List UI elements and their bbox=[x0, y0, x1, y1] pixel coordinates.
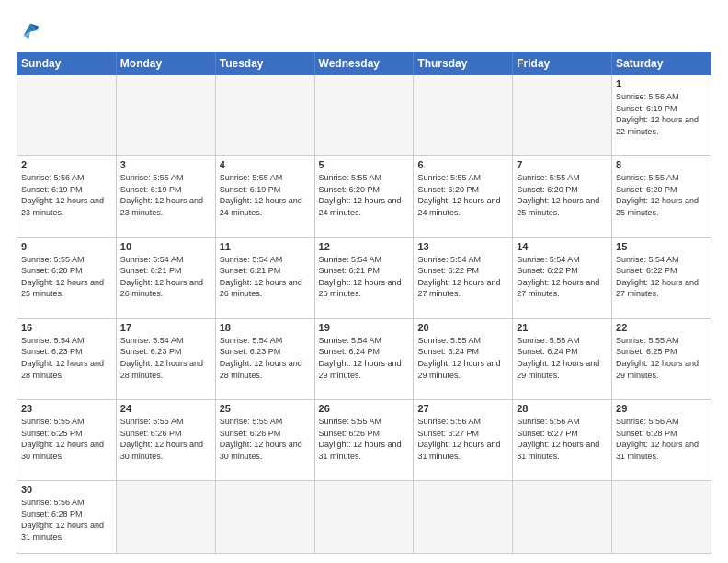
weekday-sunday: Sunday bbox=[17, 52, 117, 75]
day-info: Sunrise: 5:54 AM Sunset: 6:24 PM Dayligh… bbox=[319, 335, 410, 381]
day-info: Sunrise: 5:54 AM Sunset: 6:21 PM Dayligh… bbox=[319, 254, 410, 300]
day-info: Sunrise: 5:55 AM Sunset: 6:20 PM Dayligh… bbox=[616, 172, 707, 218]
day-number: 25 bbox=[220, 403, 311, 414]
day-info: Sunrise: 5:56 AM Sunset: 6:27 PM Dayligh… bbox=[417, 416, 508, 462]
day-number: 3 bbox=[120, 159, 211, 170]
day-cell bbox=[414, 481, 513, 554]
day-cell bbox=[314, 75, 414, 156]
day-number: 18 bbox=[220, 322, 311, 333]
day-info: Sunrise: 5:55 AM Sunset: 6:20 PM Dayligh… bbox=[319, 172, 410, 218]
day-cell: 6Sunrise: 5:55 AM Sunset: 6:20 PM Daylig… bbox=[414, 156, 513, 237]
week-row-2: 2Sunrise: 5:56 AM Sunset: 6:19 PM Daylig… bbox=[17, 156, 711, 237]
day-number: 19 bbox=[319, 322, 410, 333]
day-number: 2 bbox=[21, 159, 112, 170]
day-number: 14 bbox=[517, 241, 608, 252]
day-cell: 12Sunrise: 5:54 AM Sunset: 6:21 PM Dayli… bbox=[314, 237, 414, 318]
day-cell: 2Sunrise: 5:56 AM Sunset: 6:19 PM Daylig… bbox=[17, 156, 117, 237]
day-cell: 14Sunrise: 5:54 AM Sunset: 6:22 PM Dayli… bbox=[513, 237, 612, 318]
day-number: 7 bbox=[517, 159, 608, 170]
day-info: Sunrise: 5:55 AM Sunset: 6:25 PM Dayligh… bbox=[21, 416, 112, 462]
day-info: Sunrise: 5:54 AM Sunset: 6:21 PM Dayligh… bbox=[220, 254, 311, 300]
weekday-tuesday: Tuesday bbox=[215, 52, 314, 75]
week-row-4: 16Sunrise: 5:54 AM Sunset: 6:23 PM Dayli… bbox=[17, 318, 711, 399]
day-info: Sunrise: 5:55 AM Sunset: 6:20 PM Dayligh… bbox=[517, 172, 608, 218]
day-cell: 20Sunrise: 5:55 AM Sunset: 6:24 PM Dayli… bbox=[414, 318, 513, 399]
day-cell bbox=[612, 481, 711, 554]
day-number: 13 bbox=[417, 241, 508, 252]
day-cell: 22Sunrise: 5:55 AM Sunset: 6:25 PM Dayli… bbox=[612, 318, 711, 399]
day-info: Sunrise: 5:55 AM Sunset: 6:20 PM Dayligh… bbox=[417, 172, 508, 218]
day-cell bbox=[17, 75, 117, 156]
day-cell: 10Sunrise: 5:54 AM Sunset: 6:21 PM Dayli… bbox=[116, 237, 215, 318]
calendar-body: 1Sunrise: 5:56 AM Sunset: 6:19 PM Daylig… bbox=[17, 75, 711, 554]
day-number: 27 bbox=[417, 403, 508, 414]
day-cell bbox=[513, 481, 612, 554]
day-number: 10 bbox=[120, 241, 211, 252]
day-info: Sunrise: 5:56 AM Sunset: 6:19 PM Dayligh… bbox=[616, 91, 707, 137]
day-number: 30 bbox=[21, 484, 112, 495]
calendar-header: SundayMondayTuesdayWednesdayThursdayFrid… bbox=[17, 52, 711, 75]
day-info: Sunrise: 5:55 AM Sunset: 6:24 PM Dayligh… bbox=[517, 335, 608, 381]
week-row-1: 1Sunrise: 5:56 AM Sunset: 6:19 PM Daylig… bbox=[17, 75, 711, 156]
day-info: Sunrise: 5:54 AM Sunset: 6:23 PM Dayligh… bbox=[120, 335, 211, 381]
weekday-monday: Monday bbox=[116, 52, 215, 75]
day-cell bbox=[116, 75, 215, 156]
day-cell: 17Sunrise: 5:54 AM Sunset: 6:23 PM Dayli… bbox=[116, 318, 215, 399]
day-number: 6 bbox=[417, 159, 508, 170]
day-info: Sunrise: 5:55 AM Sunset: 6:19 PM Dayligh… bbox=[120, 172, 211, 218]
day-cell: 11Sunrise: 5:54 AM Sunset: 6:21 PM Dayli… bbox=[215, 237, 314, 318]
day-cell bbox=[116, 481, 215, 554]
day-cell: 1Sunrise: 5:56 AM Sunset: 6:19 PM Daylig… bbox=[612, 75, 711, 156]
logo bbox=[17, 17, 48, 44]
day-number: 17 bbox=[120, 322, 211, 333]
day-cell bbox=[215, 75, 314, 156]
day-info: Sunrise: 5:55 AM Sunset: 6:19 PM Dayligh… bbox=[220, 172, 311, 218]
day-info: Sunrise: 5:55 AM Sunset: 6:26 PM Dayligh… bbox=[319, 416, 410, 462]
day-cell bbox=[513, 75, 612, 156]
day-cell: 25Sunrise: 5:55 AM Sunset: 6:26 PM Dayli… bbox=[215, 400, 314, 481]
day-cell: 8Sunrise: 5:55 AM Sunset: 6:20 PM Daylig… bbox=[612, 156, 711, 237]
day-number: 16 bbox=[21, 322, 112, 333]
day-number: 28 bbox=[517, 403, 608, 414]
day-info: Sunrise: 5:56 AM Sunset: 6:19 PM Dayligh… bbox=[21, 172, 112, 218]
day-info: Sunrise: 5:55 AM Sunset: 6:20 PM Dayligh… bbox=[21, 254, 112, 300]
day-cell bbox=[414, 75, 513, 156]
day-cell: 16Sunrise: 5:54 AM Sunset: 6:23 PM Dayli… bbox=[17, 318, 117, 399]
week-row-6: 30Sunrise: 5:56 AM Sunset: 6:28 PM Dayli… bbox=[17, 481, 711, 554]
day-number: 21 bbox=[517, 322, 608, 333]
day-cell: 9Sunrise: 5:55 AM Sunset: 6:20 PM Daylig… bbox=[17, 237, 117, 318]
day-number: 26 bbox=[319, 403, 410, 414]
day-info: Sunrise: 5:56 AM Sunset: 6:28 PM Dayligh… bbox=[21, 497, 112, 543]
day-cell: 19Sunrise: 5:54 AM Sunset: 6:24 PM Dayli… bbox=[314, 318, 414, 399]
day-cell: 23Sunrise: 5:55 AM Sunset: 6:25 PM Dayli… bbox=[17, 400, 117, 481]
day-cell: 4Sunrise: 5:55 AM Sunset: 6:19 PM Daylig… bbox=[215, 156, 314, 237]
day-number: 1 bbox=[616, 78, 707, 89]
day-cell: 18Sunrise: 5:54 AM Sunset: 6:23 PM Dayli… bbox=[215, 318, 314, 399]
day-cell bbox=[215, 481, 314, 554]
weekday-wednesday: Wednesday bbox=[314, 52, 414, 75]
day-cell: 21Sunrise: 5:55 AM Sunset: 6:24 PM Dayli… bbox=[513, 318, 612, 399]
calendar: SundayMondayTuesdayWednesdayThursdayFrid… bbox=[17, 52, 711, 554]
day-info: Sunrise: 5:56 AM Sunset: 6:27 PM Dayligh… bbox=[517, 416, 608, 462]
day-number: 8 bbox=[616, 159, 707, 170]
day-number: 9 bbox=[21, 241, 112, 252]
day-number: 24 bbox=[120, 403, 211, 414]
day-cell: 24Sunrise: 5:55 AM Sunset: 6:26 PM Dayli… bbox=[116, 400, 215, 481]
day-cell: 27Sunrise: 5:56 AM Sunset: 6:27 PM Dayli… bbox=[414, 400, 513, 481]
day-info: Sunrise: 5:54 AM Sunset: 6:23 PM Dayligh… bbox=[220, 335, 311, 381]
day-number: 23 bbox=[21, 403, 112, 414]
logo-icon bbox=[17, 17, 44, 44]
weekday-row: SundayMondayTuesdayWednesdayThursdayFrid… bbox=[17, 52, 711, 75]
day-info: Sunrise: 5:54 AM Sunset: 6:23 PM Dayligh… bbox=[21, 335, 112, 381]
day-number: 15 bbox=[616, 241, 707, 252]
day-info: Sunrise: 5:55 AM Sunset: 6:24 PM Dayligh… bbox=[417, 335, 508, 381]
day-number: 22 bbox=[616, 322, 707, 333]
day-number: 29 bbox=[616, 403, 707, 414]
day-cell: 15Sunrise: 5:54 AM Sunset: 6:22 PM Dayli… bbox=[612, 237, 711, 318]
day-cell: 29Sunrise: 5:56 AM Sunset: 6:28 PM Dayli… bbox=[612, 400, 711, 481]
week-row-3: 9Sunrise: 5:55 AM Sunset: 6:20 PM Daylig… bbox=[17, 237, 711, 318]
day-info: Sunrise: 5:54 AM Sunset: 6:21 PM Dayligh… bbox=[120, 254, 211, 300]
weekday-thursday: Thursday bbox=[414, 52, 513, 75]
week-row-5: 23Sunrise: 5:55 AM Sunset: 6:25 PM Dayli… bbox=[17, 400, 711, 481]
day-info: Sunrise: 5:54 AM Sunset: 6:22 PM Dayligh… bbox=[517, 254, 608, 300]
